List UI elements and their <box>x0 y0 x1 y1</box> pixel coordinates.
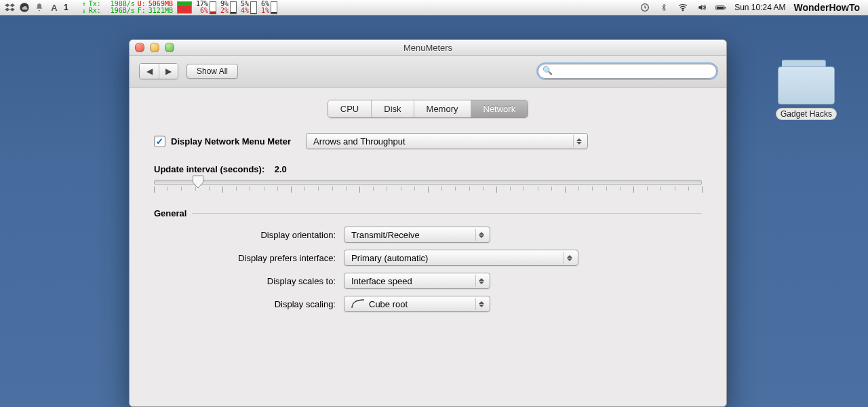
cpu-meter[interactable]: 17%6%9%2%5%4%6%1% <box>196 1 277 14</box>
back-button[interactable]: ◀ <box>140 64 159 79</box>
display-mode-select[interactable]: Arrows and Throughput <box>306 133 588 149</box>
chevron-updown-icon <box>573 135 585 147</box>
show-all-button[interactable]: Show All <box>186 64 238 79</box>
checkbox-checked-icon: ✓ <box>154 136 165 147</box>
cpu-core: 9%2% <box>220 1 237 14</box>
volume-icon[interactable] <box>696 2 707 13</box>
orientation-select[interactable]: Transmit/Receive <box>344 227 490 243</box>
active-app[interactable]: WonderHowTo <box>794 2 860 13</box>
prefs-tabs: CPU Disk Memory Network <box>150 100 706 118</box>
cpu-core: 5%4% <box>241 1 257 14</box>
orientation-label: Display orientation: <box>154 230 344 240</box>
chevron-updown-icon <box>564 252 575 264</box>
tab-cpu[interactable]: CPU <box>328 100 371 117</box>
battery-icon[interactable] <box>715 2 726 13</box>
svg-rect-5 <box>717 6 724 8</box>
adobe-icon[interactable]: A <box>49 2 60 13</box>
chevron-updown-icon <box>475 275 487 287</box>
scaling-select[interactable]: Cube root <box>344 296 490 312</box>
slider-ticks <box>154 187 702 193</box>
dropbox-icon[interactable] <box>4 2 15 13</box>
window-title: MenuMeters <box>403 43 452 53</box>
scales-to-label: Display scales to: <box>154 276 344 286</box>
svg-point-2 <box>682 9 684 11</box>
interval-label: Update interval (seconds): <box>154 164 264 174</box>
notification-bell-icon[interactable] <box>34 2 45 13</box>
timemachine-icon[interactable] <box>639 2 650 13</box>
search-input[interactable] <box>538 64 717 79</box>
titlebar[interactable]: MenuMeters <box>130 40 726 56</box>
display-mode-value: Arrows and Throughput <box>313 136 406 147</box>
bluetooth-icon[interactable] <box>658 2 669 13</box>
prefers-interface-label: Display prefers interface: <box>154 253 344 263</box>
nav-back-forward: ◀ ▶ <box>139 63 178 79</box>
folder-label: Gadget Hacks <box>776 109 836 119</box>
adobe-count: 1 <box>64 3 68 12</box>
scales-to-value: Interface speed <box>351 276 412 286</box>
curve-icon <box>351 299 365 309</box>
menubar: A 1 ↑Tx:198B/s U:5069MB ↓Rx:196B/s F:312… <box>0 0 868 15</box>
tab-network[interactable]: Network <box>471 100 528 117</box>
tab-memory[interactable]: Memory <box>414 100 471 117</box>
mem-meter[interactable] <box>177 1 192 14</box>
cpu-core: 6%1% <box>261 1 277 14</box>
display-meter-checkbox[interactable]: ✓ Display Network Menu Meter <box>154 136 291 147</box>
forward-button[interactable]: ▶ <box>159 64 178 79</box>
close-button[interactable] <box>135 43 144 52</box>
toolbar: ◀ ▶ Show All 🔍 <box>130 56 726 88</box>
orientation-value: Transmit/Receive <box>351 230 420 240</box>
scales-to-select[interactable]: Interface speed <box>344 273 490 289</box>
display-meter-label: Display Network Menu Meter <box>171 136 291 147</box>
chevron-updown-icon <box>475 298 487 310</box>
preferences-window: MenuMeters ◀ ▶ Show All 🔍 CPU Disk Memor… <box>129 39 727 407</box>
general-header: General <box>154 208 186 218</box>
divider <box>192 213 702 214</box>
zoom-button[interactable] <box>165 43 174 52</box>
folder-icon <box>778 60 835 104</box>
search-field[interactable]: 🔍 <box>538 64 717 79</box>
scaling-label: Display scaling: <box>154 299 344 309</box>
search-icon: 🔍 <box>542 66 553 75</box>
interval-value: 2.0 <box>275 164 287 174</box>
prefers-interface-value: Primary (automatic) <box>351 253 428 263</box>
minimize-button[interactable] <box>150 43 159 52</box>
tab-disk[interactable]: Disk <box>371 100 413 117</box>
prefers-interface-select[interactable]: Primary (automatic) <box>344 250 578 266</box>
creative-cloud-icon[interactable] <box>19 2 30 13</box>
net-meter[interactable]: ↑Tx:198B/s U:5069MB ↓Rx:196B/s F:3121MB <box>82 1 173 14</box>
interval-slider[interactable] <box>154 180 702 185</box>
wifi-icon[interactable] <box>677 2 688 13</box>
cpu-core: 17%6% <box>196 1 216 14</box>
scaling-value: Cube root <box>369 299 408 309</box>
chevron-updown-icon <box>475 229 487 241</box>
clock[interactable]: Sun 10:24 AM <box>734 3 785 12</box>
desktop-folder[interactable]: Gadget Hacks <box>769 60 844 119</box>
svg-rect-4 <box>725 7 726 8</box>
